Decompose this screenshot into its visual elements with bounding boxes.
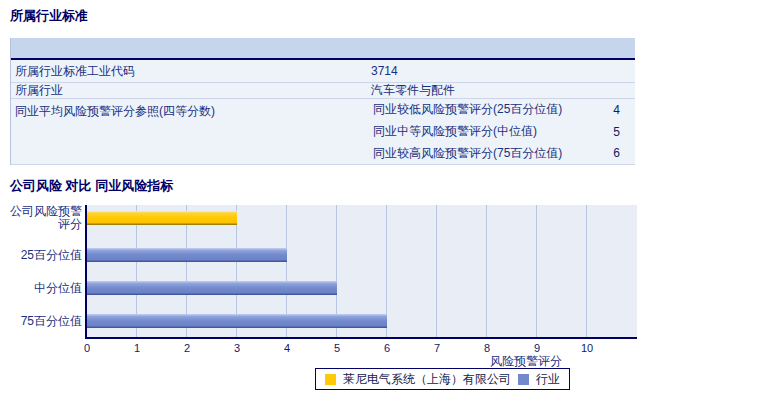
subrow-label: 同业较高风险预警评分(75百分位值) [373,145,613,162]
gridline-8 [486,205,487,337]
category-label: 25百分位值 [10,248,82,261]
industry-standard-table: 所属行业标准工业代码 3714 所属行业 汽车零件与配件 同业平均风险预警评分参… [10,38,635,165]
peer-score-high: 同业较高风险预警评分(75百分位值) 6 [371,142,635,164]
subrow-value: 5 [613,125,620,139]
subrow-value: 6 [613,146,620,160]
risk-comparison-bar-chart: 公司风险预警评分25百分位值中分位值75百分位值 风险预警评分 莱尼电气系统（上… [10,205,750,395]
x-tick-0: 0 [84,342,90,354]
legend-swatch-industry [518,374,529,385]
x-tick-1: 1 [134,342,140,354]
category-label: 75百分位值 [10,314,82,327]
category-label: 中分位值 [10,281,82,294]
row-value: 3714 [371,60,635,82]
x-tick-2: 2 [184,342,190,354]
row-label: 所属行业 [11,83,371,98]
industry-standard-section-title: 所属行业标准 [10,7,88,25]
x-tick-9: 9 [534,342,540,354]
table-header-band [11,38,635,60]
subrow-label: 同业较低风险预警评分(25百分位值) [373,101,613,118]
peer-score-low: 同业较低风险预警评分(25百分位值) 4 [371,99,635,121]
bar-industry-6 [87,314,387,328]
gridline-9 [536,205,537,337]
subrow-value: 4 [613,103,620,117]
legend-label-industry: 行业 [536,371,560,388]
chart-category-labels: 公司风险预警评分25百分位值中分位值75百分位值 [10,205,82,337]
chart-legend: 莱尼电气系统（上海）有限公司 行业 [315,368,570,390]
x-tick-10: 10 [581,342,593,354]
subrow-label: 同业中等风险预警评分(中位值) [373,123,613,140]
bar-industry-4 [87,248,287,262]
risk-comparison-section-title: 公司风险 对比 同业风险指标 [10,177,173,195]
gridline-7 [436,205,437,337]
table-row-industry: 所属行业 汽车零件与配件 [11,83,635,99]
peer-score-list: 同业较低风险预警评分(25百分位值) 4 同业中等风险预警评分(中位值) 5 同… [371,99,635,164]
peer-score-medium: 同业中等风险预警评分(中位值) 5 [371,121,635,143]
legend-label-company: 莱尼电气系统（上海）有限公司 [343,371,511,388]
plot-area [85,205,637,339]
x-tick-8: 8 [484,342,490,354]
gridline-10 [586,205,587,337]
x-tick-7: 7 [434,342,440,354]
bar-company-3 [87,211,237,225]
x-tick-6: 6 [384,342,390,354]
bar-industry-5 [87,281,337,295]
x-tick-4: 4 [284,342,290,354]
table-row-industry-code: 所属行业标准工业代码 3714 [11,60,635,83]
category-label: 公司风险预警评分 [10,205,82,231]
row-label: 所属行业标准工业代码 [11,60,371,82]
row-label: 同业平均风险预警评分参照(四等分数) [11,99,371,164]
legend-swatch-company [325,374,336,385]
row-value: 汽车零件与配件 [371,83,635,98]
x-tick-5: 5 [334,342,340,354]
x-tick-3: 3 [234,342,240,354]
table-row-peer-average: 同业平均风险预警评分参照(四等分数) 同业较低风险预警评分(25百分位值) 4 … [11,99,635,165]
